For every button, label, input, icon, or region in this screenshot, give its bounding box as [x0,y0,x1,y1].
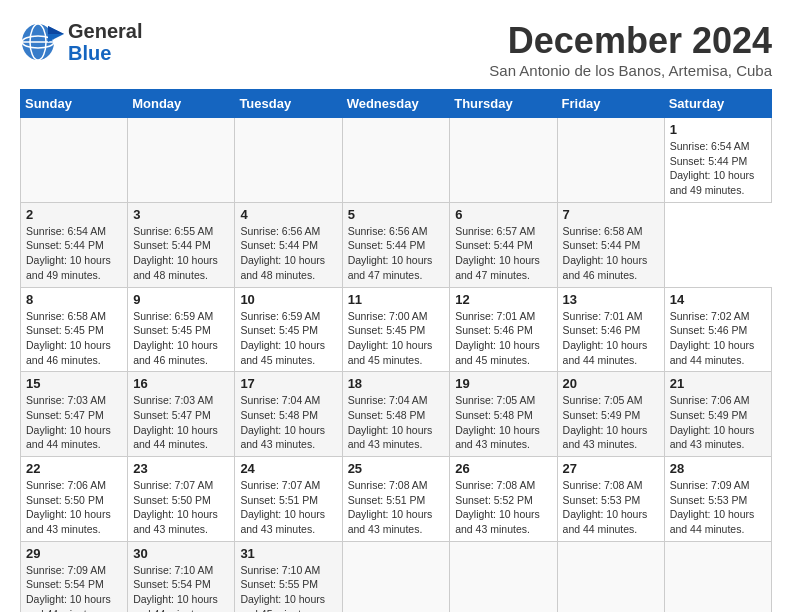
calendar-day-cell: 7Sunrise: 6:58 AM Sunset: 5:44 PM Daylig… [557,202,664,287]
day-info: Sunrise: 6:58 AM Sunset: 5:44 PM Dayligh… [563,224,659,283]
day-info: Sunrise: 6:59 AM Sunset: 5:45 PM Dayligh… [133,309,229,368]
day-info: Sunrise: 7:06 AM Sunset: 5:49 PM Dayligh… [670,393,766,452]
calendar-day-cell: 26Sunrise: 7:08 AM Sunset: 5:52 PM Dayli… [450,457,557,542]
calendar-day-cell: 10Sunrise: 6:59 AM Sunset: 5:45 PM Dayli… [235,287,342,372]
day-number: 20 [563,376,659,391]
calendar-week-row: 8Sunrise: 6:58 AM Sunset: 5:45 PM Daylig… [21,287,772,372]
calendar-week-row: 22Sunrise: 7:06 AM Sunset: 5:50 PM Dayli… [21,457,772,542]
day-number: 12 [455,292,551,307]
page-title: December 2024 [489,20,772,62]
calendar-day-cell: 31Sunrise: 7:10 AM Sunset: 5:55 PM Dayli… [235,541,342,612]
day-number: 4 [240,207,336,222]
page-header: General Blue December 2024 San Antonio d… [20,20,772,79]
day-info: Sunrise: 7:03 AM Sunset: 5:47 PM Dayligh… [133,393,229,452]
day-info: Sunrise: 7:07 AM Sunset: 5:51 PM Dayligh… [240,478,336,537]
calendar-day-cell: 15Sunrise: 7:03 AM Sunset: 5:47 PM Dayli… [21,372,128,457]
calendar-day-cell: 8Sunrise: 6:58 AM Sunset: 5:45 PM Daylig… [21,287,128,372]
day-info: Sunrise: 6:56 AM Sunset: 5:44 PM Dayligh… [240,224,336,283]
calendar-empty-cell [235,118,342,203]
day-info: Sunrise: 7:09 AM Sunset: 5:53 PM Dayligh… [670,478,766,537]
calendar-empty-cell [21,118,128,203]
col-header-thursday: Thursday [450,90,557,118]
day-number: 10 [240,292,336,307]
day-number: 5 [348,207,445,222]
calendar-day-cell [557,541,664,612]
logo-icon [20,22,64,62]
day-info: Sunrise: 7:04 AM Sunset: 5:48 PM Dayligh… [240,393,336,452]
day-info: Sunrise: 7:08 AM Sunset: 5:51 PM Dayligh… [348,478,445,537]
col-header-friday: Friday [557,90,664,118]
calendar-day-cell: 19Sunrise: 7:05 AM Sunset: 5:48 PM Dayli… [450,372,557,457]
logo: General Blue [20,20,142,64]
day-info: Sunrise: 7:02 AM Sunset: 5:46 PM Dayligh… [670,309,766,368]
col-header-sunday: Sunday [21,90,128,118]
day-number: 17 [240,376,336,391]
logo-text-general: General [68,20,142,42]
calendar-day-cell: 30Sunrise: 7:10 AM Sunset: 5:54 PM Dayli… [128,541,235,612]
calendar-day-cell: 9Sunrise: 6:59 AM Sunset: 5:45 PM Daylig… [128,287,235,372]
calendar-week-row: 15Sunrise: 7:03 AM Sunset: 5:47 PM Dayli… [21,372,772,457]
day-info: Sunrise: 6:59 AM Sunset: 5:45 PM Dayligh… [240,309,336,368]
day-number: 30 [133,546,229,561]
calendar-day-cell: 5Sunrise: 6:56 AM Sunset: 5:44 PM Daylig… [342,202,450,287]
calendar-day-cell: 3Sunrise: 6:55 AM Sunset: 5:44 PM Daylig… [128,202,235,287]
calendar-table: SundayMondayTuesdayWednesdayThursdayFrid… [20,89,772,612]
col-header-monday: Monday [128,90,235,118]
day-number: 24 [240,461,336,476]
calendar-day-cell: 4Sunrise: 6:56 AM Sunset: 5:44 PM Daylig… [235,202,342,287]
day-info: Sunrise: 7:01 AM Sunset: 5:46 PM Dayligh… [455,309,551,368]
col-header-tuesday: Tuesday [235,90,342,118]
calendar-week-row: 29Sunrise: 7:09 AM Sunset: 5:54 PM Dayli… [21,541,772,612]
day-number: 3 [133,207,229,222]
day-number: 21 [670,376,766,391]
day-info: Sunrise: 7:00 AM Sunset: 5:45 PM Dayligh… [348,309,445,368]
calendar-day-cell: 17Sunrise: 7:04 AM Sunset: 5:48 PM Dayli… [235,372,342,457]
calendar-day-cell [664,541,771,612]
calendar-empty-cell [342,118,450,203]
calendar-day-cell: 6Sunrise: 6:57 AM Sunset: 5:44 PM Daylig… [450,202,557,287]
day-number: 7 [563,207,659,222]
col-header-wednesday: Wednesday [342,90,450,118]
calendar-day-cell: 14Sunrise: 7:02 AM Sunset: 5:46 PM Dayli… [664,287,771,372]
day-info: Sunrise: 7:08 AM Sunset: 5:52 PM Dayligh… [455,478,551,537]
day-info: Sunrise: 6:57 AM Sunset: 5:44 PM Dayligh… [455,224,551,283]
calendar-empty-cell [450,118,557,203]
day-number: 27 [563,461,659,476]
day-info: Sunrise: 7:10 AM Sunset: 5:54 PM Dayligh… [133,563,229,612]
calendar-day-cell: 11Sunrise: 7:00 AM Sunset: 5:45 PM Dayli… [342,287,450,372]
title-section: December 2024 San Antonio de los Banos, … [489,20,772,79]
calendar-day-cell: 21Sunrise: 7:06 AM Sunset: 5:49 PM Dayli… [664,372,771,457]
calendar-day-cell [450,541,557,612]
calendar-day-cell: 24Sunrise: 7:07 AM Sunset: 5:51 PM Dayli… [235,457,342,542]
page-subtitle: San Antonio de los Banos, Artemisa, Cuba [489,62,772,79]
logo-text-blue: Blue [68,42,142,64]
calendar-day-cell: 28Sunrise: 7:09 AM Sunset: 5:53 PM Dayli… [664,457,771,542]
calendar-day-cell: 16Sunrise: 7:03 AM Sunset: 5:47 PM Dayli… [128,372,235,457]
day-number: 1 [670,122,766,137]
calendar-day-cell: 18Sunrise: 7:04 AM Sunset: 5:48 PM Dayli… [342,372,450,457]
day-number: 2 [26,207,122,222]
day-number: 26 [455,461,551,476]
calendar-day-cell: 22Sunrise: 7:06 AM Sunset: 5:50 PM Dayli… [21,457,128,542]
calendar-day-cell [342,541,450,612]
day-number: 18 [348,376,445,391]
svg-marker-5 [48,26,64,34]
calendar-day-cell: 29Sunrise: 7:09 AM Sunset: 5:54 PM Dayli… [21,541,128,612]
day-info: Sunrise: 7:10 AM Sunset: 5:55 PM Dayligh… [240,563,336,612]
day-number: 14 [670,292,766,307]
day-number: 29 [26,546,122,561]
day-info: Sunrise: 6:58 AM Sunset: 5:45 PM Dayligh… [26,309,122,368]
day-info: Sunrise: 7:08 AM Sunset: 5:53 PM Dayligh… [563,478,659,537]
calendar-day-cell: 20Sunrise: 7:05 AM Sunset: 5:49 PM Dayli… [557,372,664,457]
col-header-saturday: Saturday [664,90,771,118]
day-number: 9 [133,292,229,307]
calendar-day-cell: 12Sunrise: 7:01 AM Sunset: 5:46 PM Dayli… [450,287,557,372]
day-number: 13 [563,292,659,307]
calendar-day-cell: 27Sunrise: 7:08 AM Sunset: 5:53 PM Dayli… [557,457,664,542]
day-number: 6 [455,207,551,222]
day-number: 23 [133,461,229,476]
day-info: Sunrise: 6:54 AM Sunset: 5:44 PM Dayligh… [670,139,766,198]
day-number: 25 [348,461,445,476]
day-info: Sunrise: 7:05 AM Sunset: 5:49 PM Dayligh… [563,393,659,452]
calendar-day-cell: 13Sunrise: 7:01 AM Sunset: 5:46 PM Dayli… [557,287,664,372]
